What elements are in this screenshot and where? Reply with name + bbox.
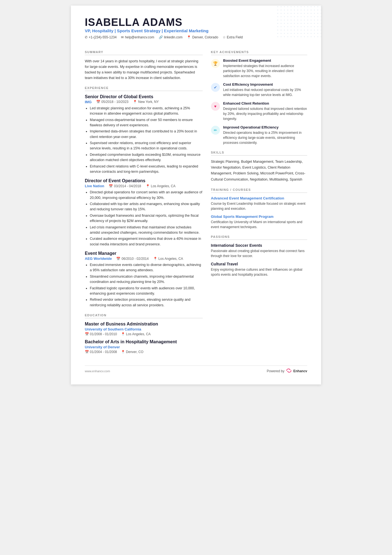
training-2: Global Sports Management Program Certifi…	[211, 214, 307, 230]
achievement-3-content: Enhanced Client Retention Designed tailo…	[223, 101, 307, 121]
achievement-1-content: Boosted Event Engagement Implemented str…	[223, 58, 307, 78]
job-1: Senior Director of Global Events IMG 📅 0…	[85, 94, 203, 175]
experience-section: EXPERIENCE Senior Director of Global Eve…	[85, 86, 203, 308]
bullet: Led crisis management initiatives that m…	[90, 225, 203, 236]
bullet: Executed immersive events catering to di…	[90, 262, 203, 273]
calendar-icon: 📅	[96, 100, 100, 104]
brand-logo-icon	[286, 369, 292, 373]
job-2-location: 📍 Los Angeles, CA	[146, 184, 176, 188]
achievement-4-title: Improved Operational Efficiency	[223, 125, 307, 129]
degree-1-meta: 📅 01/2008 - 01/2010 📍 Los Angeles, CA	[85, 332, 203, 336]
calendar-icon-edu2: 📅	[85, 350, 89, 354]
candidate-title: VP, Hospitality | Sports Event Strategy …	[85, 28, 307, 33]
bullet: Streamlined communication channels, impr…	[90, 274, 203, 285]
job-1-dates: 📅 05/2018 - 10/2023	[96, 100, 128, 104]
bullet: Managed cross-departmental teams of over…	[90, 117, 203, 128]
summary-title: SUMMARY	[85, 50, 203, 55]
achievement-2-icon: ✔	[211, 83, 220, 92]
two-column-layout: SUMMARY With over 14 years in global spo…	[85, 45, 307, 357]
extra-contact: ☆ Extra Field	[223, 35, 243, 39]
passions-title: PASSIONS	[211, 235, 307, 240]
education-section: EDUCATION Master of Business Administrat…	[85, 314, 203, 354]
degree-2: Bachelor of Arts in Hospitality Manageme…	[85, 339, 203, 354]
bullet: Facilitated logistic operations for even…	[90, 286, 203, 297]
job-1-company: IMG	[85, 100, 92, 104]
bullet: Developed comprehensive budgets exceedin…	[90, 152, 203, 163]
training-1-desc: Course by Event Leadership Institute foc…	[211, 201, 307, 211]
job-3-meta: AEG Worldwide 📅 06/2010 - 02/2014 📍 Los …	[85, 256, 203, 261]
passion-2-title: Cultural Travel	[211, 262, 307, 266]
achievement-1-icon: 🏆	[211, 59, 220, 68]
achievement-3-title: Enhanced Client Retention	[223, 101, 307, 105]
achievements-section: KEY ACHIEVEMENTS 🏆 Boosted Event Engagem…	[211, 50, 307, 145]
achievement-3: ♥ Enhanced Client Retention Designed tai…	[211, 101, 307, 121]
email-contact: ✉ help@enhancv.com	[121, 35, 154, 39]
education-title: EDUCATION	[85, 314, 203, 318]
bullet: Curated audience engagement innovations …	[90, 236, 203, 247]
job-1-title: Senior Director of Global Events	[85, 94, 203, 99]
location-icon-edu1: 📍	[121, 332, 125, 336]
experience-title: EXPERIENCE	[85, 86, 203, 91]
passion-2: Cultural Travel Enjoy exploring diverse …	[211, 262, 307, 277]
linkedin-contact: 🔗 linkedin.com	[159, 35, 183, 39]
location-icon-1: 📍	[133, 100, 137, 104]
job-3-location: 📍 Los Angeles, CA	[153, 257, 183, 261]
link-icon: 🔗	[159, 35, 163, 39]
achievement-2: ✔ Cost Efficiency Improvement Led initia…	[211, 82, 307, 97]
job-3-dates: 📅 06/2010 - 02/2014	[116, 257, 148, 261]
footer: www.enhancv.com Powered by Enhancv	[85, 366, 307, 373]
job-1-bullets: Led strategic planning and execution for…	[85, 106, 203, 175]
location-icon: 📍	[187, 35, 191, 39]
footer-brand: Powered by Enhancv	[267, 369, 307, 373]
phone-icon: ✆	[85, 35, 88, 39]
passions-section: PASSIONS International Soccer Events Pas…	[211, 235, 307, 277]
bullet: Led strategic planning and execution for…	[90, 106, 203, 117]
training-2-desc: Certification by University of Miami on …	[211, 219, 307, 230]
edu-2-location: 📍 Denver, CO	[121, 350, 143, 354]
skills-text: Strategic Planning, Budget Management, T…	[211, 159, 307, 182]
powered-by-text: Powered by	[267, 369, 284, 373]
degree-2-name: Bachelor of Arts in Hospitality Manageme…	[85, 339, 203, 344]
location-icon-2: 📍	[146, 184, 150, 188]
job-1-location: 📍 New York, NY	[133, 100, 159, 104]
job-3-company: AEG Worldwide	[85, 256, 112, 261]
header: ISABELLA ADAMS VP, Hospitality | Sports …	[85, 17, 307, 39]
left-column: SUMMARY With over 14 years in global spo…	[85, 45, 203, 357]
bullet: Collaborated with top-tier artists and m…	[90, 201, 203, 212]
candidate-name: ISABELLA ADAMS	[85, 17, 307, 28]
training-title: TRAINING / COURSES	[211, 188, 307, 193]
job-3-bullets: Executed immersive events catering to di…	[85, 262, 203, 308]
achievement-2-title: Cost Efficiency Improvement	[223, 82, 307, 87]
degree-1: Master of Business Administration Univer…	[85, 322, 203, 336]
achievement-3-icon: ♥	[211, 102, 220, 111]
bullet: Supervised vendor relations, ensuring co…	[90, 140, 203, 151]
training-1-title: Advanced Event Management Certification	[211, 196, 307, 200]
job-3: Event Manager AEG Worldwide 📅 06/2010 - …	[85, 251, 203, 308]
training-2-title: Global Sports Management Program	[211, 214, 307, 219]
contact-bar: ✆ +1-(234)-555-1234 ✉ help@enhancv.com 🔗…	[85, 35, 307, 39]
skills-section: SKILLS Strategic Planning, Budget Manage…	[211, 151, 307, 182]
skills-title: SKILLS	[211, 151, 307, 156]
job-3-title: Event Manager	[85, 251, 203, 256]
summary-text: With over 14 years in global sports hosp…	[85, 58, 203, 81]
email-icon: ✉	[121, 35, 124, 39]
degree-2-meta: 📅 01/2004 - 01/2008 📍 Denver, CO	[85, 350, 203, 354]
degree-1-name: Master of Business Administration	[85, 322, 203, 327]
passion-1-desc: Passionate about creating global experie…	[211, 248, 307, 258]
achievement-4-content: Improved Operational Efficiency Directed…	[223, 125, 307, 145]
achievement-4-desc: Directed operations leading to a 25% imp…	[223, 130, 307, 145]
bullet: Directed global operations for concert s…	[90, 190, 203, 201]
edu-2-dates: 📅 01/2004 - 01/2008	[85, 350, 117, 354]
location-contact: 📍 Denver, Colorado	[187, 35, 218, 39]
edu-1-location: 📍 Los Angeles, CA	[121, 332, 151, 336]
location-icon-3: 📍	[153, 257, 157, 261]
training-1: Advanced Event Management Certification …	[211, 196, 307, 211]
bullet: Enhanced client relations with C-level e…	[90, 164, 203, 175]
achievement-2-desc: Led initiatives that reduced operational…	[223, 87, 307, 97]
bullet: Implemented data-driven strategies that …	[90, 129, 203, 140]
edu-1-dates: 📅 01/2008 - 01/2010	[85, 332, 117, 336]
job-2-bullets: Directed global operations for concert s…	[85, 190, 203, 247]
bullet: Refined vendor selection processes, elev…	[90, 297, 203, 308]
phone-contact: ✆ +1-(234)-555-1234	[85, 35, 116, 39]
job-2: Director of Event Operations Live Nation…	[85, 178, 203, 247]
